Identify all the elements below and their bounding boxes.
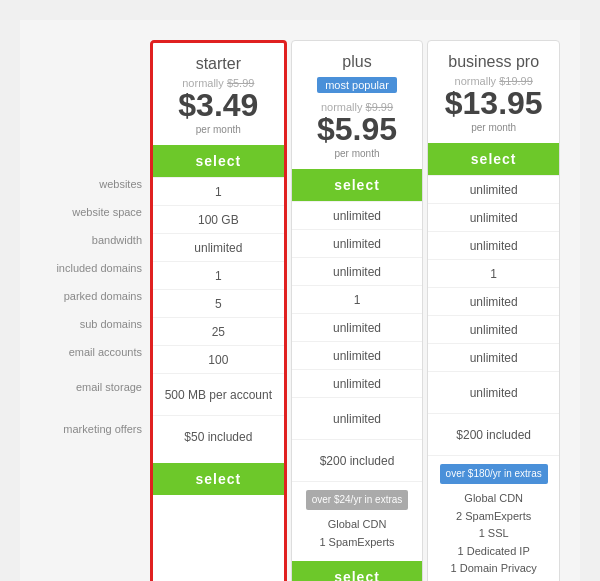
label-email-accounts: email accounts bbox=[40, 338, 150, 366]
business-pro-sub-domains: unlimited bbox=[428, 315, 559, 343]
plan-business-pro: business pro normally $19.99 $13.95 per … bbox=[427, 40, 560, 581]
starter-parked-domains: 5 bbox=[153, 289, 284, 317]
business-pro-website-space: unlimited bbox=[428, 203, 559, 231]
starter-price-row: $3.49 per month bbox=[161, 89, 276, 139]
business-pro-bandwidth: unlimited bbox=[428, 231, 559, 259]
business-pro-email-accounts: unlimited bbox=[428, 343, 559, 371]
plan-starter: starter normally $5.99 $3.49 per month s… bbox=[150, 40, 287, 581]
business-pro-header: business pro normally $19.99 $13.95 per … bbox=[428, 41, 559, 143]
starter-bandwidth: unlimited bbox=[153, 233, 284, 261]
label-websites: websites bbox=[40, 170, 150, 198]
plus-footer: select bbox=[292, 555, 423, 581]
business-pro-included-domains: 1 bbox=[428, 259, 559, 287]
label-bandwidth: bandwidth bbox=[40, 226, 150, 254]
business-pro-extras-item-5: 1 Domain Privacy bbox=[432, 560, 555, 578]
starter-name: starter bbox=[161, 55, 276, 73]
label-website-space: website space bbox=[40, 198, 150, 226]
plus-bandwidth: unlimited bbox=[292, 257, 423, 285]
starter-features: 1 100 GB unlimited 1 5 25 100 500 MB per… bbox=[153, 177, 284, 457]
plus-per-month: per month bbox=[334, 148, 379, 159]
business-pro-extras-item-2: 2 SpamExperts bbox=[432, 508, 555, 526]
plus-marketing-offers: $200 included bbox=[292, 439, 423, 481]
business-pro-email-storage: unlimited bbox=[428, 371, 559, 413]
business-pro-per-month: per month bbox=[471, 122, 516, 133]
plus-extras-badge: over $24/yr in extras bbox=[306, 490, 409, 510]
business-pro-extras-item-3: 1 SSL bbox=[432, 525, 555, 543]
label-parked-domains: parked domains bbox=[40, 282, 150, 310]
starter-sub-domains: 25 bbox=[153, 317, 284, 345]
starter-select-top[interactable]: select bbox=[153, 145, 284, 177]
business-pro-price: $13.95 bbox=[445, 85, 543, 121]
plus-select-bottom[interactable]: select bbox=[292, 561, 423, 581]
plus-badge: most popular bbox=[317, 77, 397, 93]
business-pro-marketing-offers: $200 included bbox=[428, 413, 559, 455]
starter-header: starter normally $5.99 $3.49 per month bbox=[153, 43, 284, 145]
label-sub-domains: sub domains bbox=[40, 310, 150, 338]
plus-included-domains: 1 bbox=[292, 285, 423, 313]
starter-email-storage: 500 MB per account bbox=[153, 373, 284, 415]
starter-websites: 1 bbox=[153, 177, 284, 205]
business-pro-select-top[interactable]: select bbox=[428, 143, 559, 175]
plus-parked-domains: unlimited bbox=[292, 313, 423, 341]
plus-email-accounts: unlimited bbox=[292, 369, 423, 397]
business-pro-extras-item-1: Global CDN bbox=[432, 490, 555, 508]
plus-sub-domains: unlimited bbox=[292, 341, 423, 369]
label-included-domains: included domains bbox=[40, 254, 150, 282]
plus-extras-item-2: 1 SpamExperts bbox=[296, 534, 419, 552]
plus-name: plus bbox=[300, 53, 415, 71]
plus-select-top[interactable]: select bbox=[292, 169, 423, 201]
plan-plus: plus most popular normally $9.99 $5.95 p… bbox=[291, 40, 424, 581]
business-pro-extras-badge: over $180/yr in extras bbox=[440, 464, 548, 484]
plus-header: plus most popular normally $9.99 $5.95 p… bbox=[292, 41, 423, 169]
pricing-table: websites website space bandwidth include… bbox=[40, 40, 560, 581]
starter-email-accounts: 100 bbox=[153, 345, 284, 373]
plus-features: unlimited unlimited unlimited 1 unlimite… bbox=[292, 201, 423, 481]
business-pro-features: unlimited unlimited unlimited 1 unlimite… bbox=[428, 175, 559, 455]
plus-price-row: $5.95 per month bbox=[300, 113, 415, 163]
starter-marketing-offers: $50 included bbox=[153, 415, 284, 457]
pricing-page: websites website space bandwidth include… bbox=[20, 20, 580, 581]
starter-included-domains: 1 bbox=[153, 261, 284, 289]
plus-websites: unlimited bbox=[292, 201, 423, 229]
business-pro-websites: unlimited bbox=[428, 175, 559, 203]
starter-select-bottom[interactable]: select bbox=[153, 463, 284, 495]
plus-extras-item-1: Global CDN bbox=[296, 516, 419, 534]
starter-footer: select bbox=[153, 457, 284, 495]
starter-price: $3.49 bbox=[178, 87, 258, 123]
business-pro-extras: over $180/yr in extras Global CDN 2 Spam… bbox=[428, 455, 559, 581]
label-email-storage: email storage bbox=[40, 366, 150, 408]
feature-labels: websites website space bandwidth include… bbox=[40, 40, 150, 450]
plans-container: starter normally $5.99 $3.49 per month s… bbox=[150, 40, 560, 581]
starter-website-space: 100 GB bbox=[153, 205, 284, 233]
business-pro-extras-item-4: 1 Dedicated IP bbox=[432, 543, 555, 561]
business-pro-price-row: $13.95 per month bbox=[436, 87, 551, 137]
plus-email-storage: unlimited bbox=[292, 397, 423, 439]
business-pro-parked-domains: unlimited bbox=[428, 287, 559, 315]
plus-price: $5.95 bbox=[317, 111, 397, 147]
label-marketing-offers: marketing offers bbox=[40, 408, 150, 450]
starter-per-month: per month bbox=[196, 124, 241, 135]
plus-extras: over $24/yr in extras Global CDN 1 SpamE… bbox=[292, 481, 423, 555]
plus-website-space: unlimited bbox=[292, 229, 423, 257]
business-pro-name: business pro bbox=[436, 53, 551, 71]
